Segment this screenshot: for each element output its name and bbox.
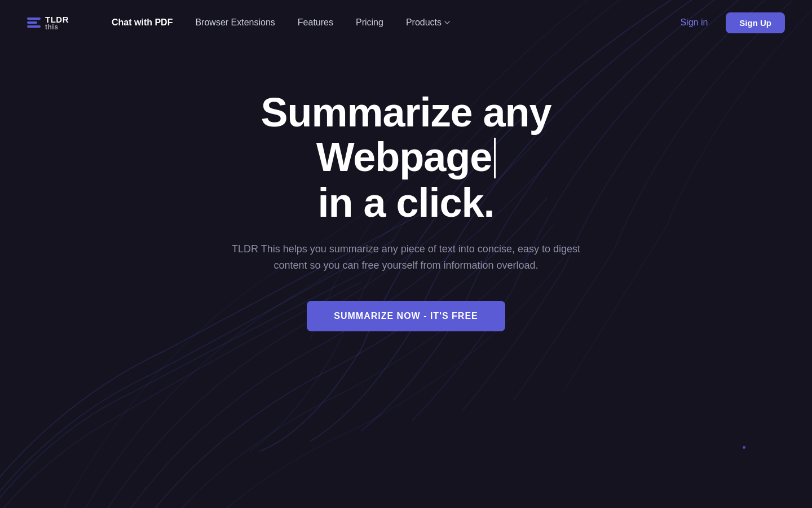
nav-links: Chat with PDF Browser Extensions Feature… <box>103 13 671 32</box>
logo-bar-3 <box>27 25 41 28</box>
hero-title: Summarize any Webpage in a click. <box>180 90 632 225</box>
dot-accent-decoration <box>743 446 745 449</box>
nav-link-products-label: Products <box>406 17 442 28</box>
cta-button[interactable]: SUMMARIZE NOW - IT'S FREE <box>307 301 505 331</box>
hero-title-line2: in a click. <box>317 180 494 225</box>
logo-link[interactable]: TLDR this <box>27 15 69 30</box>
chevron-down-icon <box>444 19 451 26</box>
nav-link-browser-extensions[interactable]: Browser Extensions <box>186 13 284 32</box>
nav-link-products[interactable]: Products <box>397 13 460 32</box>
hero-section: Summarize any Webpage in a click. TLDR T… <box>0 45 812 331</box>
hero-title-line1: Summarize any Webpage <box>261 90 551 179</box>
hero-subtitle: TLDR This helps you summarize any piece … <box>231 241 581 274</box>
logo-bar-1 <box>27 17 41 20</box>
logo-icon <box>27 17 41 28</box>
nav-link-chat-pdf[interactable]: Chat with PDF <box>103 13 182 32</box>
nav-actions: Sign in Sign Up <box>671 12 785 33</box>
signup-button[interactable]: Sign Up <box>726 12 785 33</box>
logo-text: TLDR this <box>45 15 69 30</box>
logo-this: this <box>45 24 69 30</box>
nav-link-features[interactable]: Features <box>289 13 342 32</box>
nav-link-pricing[interactable]: Pricing <box>347 13 392 32</box>
navbar: TLDR this Chat with PDF Browser Extensio… <box>0 0 812 45</box>
signin-button[interactable]: Sign in <box>671 13 717 32</box>
logo-bar-2 <box>27 21 37 24</box>
logo-tldr: TLDR <box>45 15 69 24</box>
cursor-blink <box>494 138 496 178</box>
